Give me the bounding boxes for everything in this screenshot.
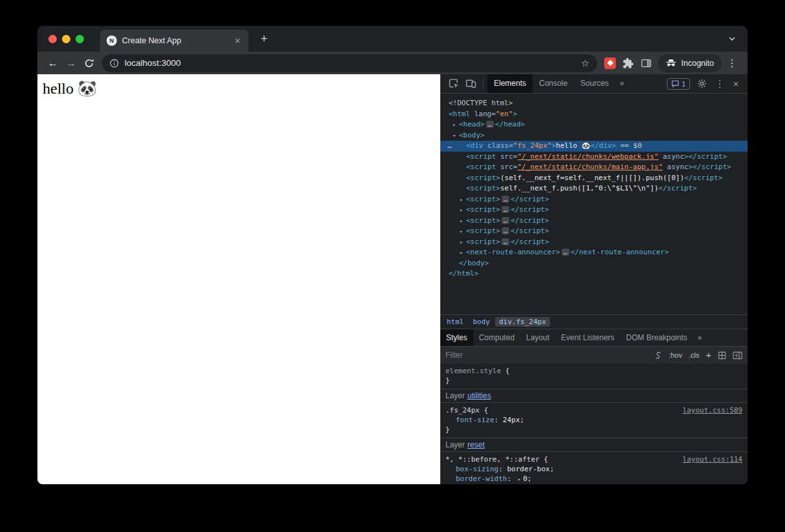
computed-sidebar-toggle-icon[interactable] bbox=[733, 351, 742, 360]
dom-node[interactable]: ▸<script>…</script> bbox=[440, 237, 748, 248]
devtools-tab-console[interactable]: Console bbox=[533, 74, 574, 93]
new-tab-button[interactable]: + bbox=[255, 30, 273, 48]
code-token-ellipsis[interactable]: … bbox=[502, 217, 509, 224]
expand-arrow-icon[interactable]: ▸ bbox=[453, 119, 459, 130]
new-style-rule-button[interactable]: + bbox=[706, 352, 711, 358]
styles-tab-layout[interactable]: Layout bbox=[520, 329, 555, 346]
device-toolbar-icon[interactable] bbox=[462, 76, 479, 92]
expand-arrow-icon[interactable]: ▸ bbox=[460, 237, 466, 248]
css-selector[interactable]: .fs_24px bbox=[445, 405, 480, 415]
element-classes-button[interactable]: .cls bbox=[689, 351, 700, 359]
css-property-line[interactable]: border-width: ▸0; bbox=[445, 474, 742, 484]
layer-link[interactable]: reset bbox=[467, 440, 485, 449]
close-window-button[interactable] bbox=[48, 35, 57, 43]
dom-node[interactable]: ▸<script>…</script> bbox=[440, 205, 748, 216]
expand-arrow-icon[interactable]: ▾ bbox=[453, 130, 459, 141]
url-text[interactable]: localhost:3000 bbox=[125, 58, 181, 68]
dom-node[interactable]: …<div class="fs_24px">hello 🐼</div> == $… bbox=[440, 141, 748, 152]
expand-value-icon[interactable]: ▸ bbox=[518, 476, 521, 482]
expand-arrow-icon[interactable]: ▸ bbox=[460, 247, 466, 258]
dom-node[interactable]: <script src="/_next/static/chunks/main-a… bbox=[440, 162, 748, 173]
styles-tab-styles[interactable]: Styles bbox=[440, 329, 473, 346]
dom-node[interactable]: ▸<script>…</script> bbox=[440, 194, 748, 205]
code-token-ellipsis[interactable]: … bbox=[502, 227, 509, 234]
code-token-ellipsis[interactable]: … bbox=[562, 249, 569, 256]
address-bar[interactable]: localhost:3000 ☆ bbox=[102, 54, 597, 72]
code-token-ellipsis[interactable]: … bbox=[486, 121, 494, 128]
dom-node[interactable]: <html lang="en"> bbox=[440, 109, 748, 120]
expand-arrow-icon[interactable]: ▸ bbox=[460, 216, 466, 227]
code-token-ellipsis[interactable]: … bbox=[502, 206, 509, 213]
dom-node[interactable]: <script src="/_next/static/chunks/webpac… bbox=[440, 152, 748, 163]
browser-tab[interactable]: N Create Next App × bbox=[100, 30, 249, 52]
expand-arrow-icon[interactable]: ▸ bbox=[460, 226, 466, 237]
toggle-element-state-button[interactable]: :hov bbox=[669, 351, 682, 359]
css-property-line[interactable]: font-size: 24px; bbox=[445, 415, 742, 425]
zoom-window-button[interactable] bbox=[76, 35, 84, 43]
breadcrumb-body[interactable]: body bbox=[469, 317, 494, 327]
expand-arrow-icon[interactable]: ▸ bbox=[460, 194, 466, 205]
code-token-link[interactable]: "/_next/static/chunks/webpack.js" bbox=[517, 152, 658, 161]
devtools-toolbar-right: 1 ⋮ × bbox=[667, 76, 742, 92]
css-property-value[interactable]: 24px bbox=[503, 416, 520, 424]
css-property-value[interactable]: border-box bbox=[507, 465, 549, 473]
dom-node[interactable]: ▸<next-route-announcer>…</next-route-ann… bbox=[440, 247, 748, 258]
incognito-badge[interactable]: Incognito bbox=[658, 54, 722, 72]
dom-node[interactable]: ▸<script>…</script> bbox=[440, 216, 748, 227]
css-property-name[interactable]: border-width bbox=[456, 475, 507, 483]
reload-button[interactable] bbox=[80, 54, 98, 72]
dom-node[interactable]: </html> bbox=[440, 269, 748, 280]
tab-search-chevron-icon[interactable] bbox=[728, 36, 736, 41]
css-selector[interactable]: element.style bbox=[445, 366, 501, 376]
css-property-line[interactable]: box-sizing: border-box; bbox=[445, 464, 742, 474]
code-token-link[interactable]: "/_next/static/chunks/main-app.js" bbox=[517, 163, 662, 171]
tab-close-icon[interactable]: × bbox=[232, 35, 243, 46]
css-selector[interactable]: *, *::before, *::after bbox=[445, 455, 540, 464]
back-button[interactable]: ← bbox=[44, 54, 62, 72]
more-panels-icon[interactable]: » bbox=[615, 74, 629, 93]
devtools-tab-sources[interactable]: Sources bbox=[574, 74, 615, 93]
dom-node[interactable]: ▸<script>…</script> bbox=[440, 226, 748, 237]
styles-tab-computed[interactable]: Computed bbox=[473, 329, 520, 346]
console-messages-badge[interactable]: 1 bbox=[667, 78, 690, 90]
breadcrumb-html[interactable]: html bbox=[443, 317, 468, 327]
css-property-name[interactable]: box-sizing bbox=[456, 465, 498, 473]
layer-link[interactable]: utilities bbox=[467, 391, 491, 400]
page-info-icon[interactable] bbox=[110, 59, 119, 68]
toolbar-divider bbox=[483, 79, 484, 89]
settings-gear-icon[interactable] bbox=[693, 76, 710, 92]
browser-menu-kebab-icon[interactable]: ⋮ bbox=[723, 54, 741, 72]
css-source-link[interactable]: layout.css:589 bbox=[682, 405, 742, 415]
styles-tab-event-listeners[interactable]: Event Listeners bbox=[555, 329, 620, 346]
inspect-element-icon[interactable] bbox=[445, 76, 462, 92]
dom-node[interactable]: <script>self.__next_f.push([1,"0:\"$L1\"… bbox=[440, 183, 748, 194]
expand-arrow-icon[interactable]: ▸ bbox=[460, 205, 466, 216]
styles-tab-dom-breakpoints[interactable]: DOM Breakpoints bbox=[620, 329, 693, 346]
css-property-value[interactable]: 0 bbox=[523, 475, 527, 483]
node-menu-ellipsis[interactable]: … bbox=[447, 141, 453, 152]
bookmark-star-icon[interactable]: ☆ bbox=[581, 57, 589, 69]
dom-node[interactable]: <script>(self.__next_f=self.__next_f||[]… bbox=[440, 173, 748, 184]
code-token-ellipsis[interactable]: … bbox=[502, 238, 509, 245]
styles-filter-input[interactable] bbox=[445, 351, 562, 360]
extensions-puzzle-icon[interactable] bbox=[619, 54, 637, 72]
dom-node[interactable]: <!DOCTYPE html> bbox=[440, 98, 748, 109]
devtools-kebab-icon[interactable]: ⋮ bbox=[713, 78, 726, 90]
css-property-name[interactable]: font-size bbox=[456, 416, 494, 424]
grid-icon[interactable] bbox=[718, 351, 726, 360]
forward-button[interactable]: → bbox=[62, 54, 80, 72]
dom-node[interactable]: </body> bbox=[440, 258, 748, 269]
breadcrumb-div-fs-24px[interactable]: div.fs_24px bbox=[495, 317, 550, 327]
side-panel-icon[interactable] bbox=[637, 54, 655, 72]
css-source-link[interactable]: layout.css:114 bbox=[682, 455, 742, 464]
minimize-window-button[interactable] bbox=[62, 35, 70, 43]
toggle-layers-icon[interactable] bbox=[654, 351, 662, 360]
devtools-close-icon[interactable]: × bbox=[729, 78, 742, 89]
extension-icon-red[interactable] bbox=[601, 54, 619, 72]
dom-node[interactable]: ▸<head>…</head> bbox=[440, 119, 748, 130]
dom-node[interactable]: ▾<body> bbox=[440, 130, 748, 141]
devtools-tab-elements[interactable]: Elements bbox=[487, 74, 533, 93]
more-style-tabs-icon[interactable]: » bbox=[693, 333, 707, 342]
code-token-ellipsis[interactable]: … bbox=[502, 196, 509, 203]
code-token-tag: </script> bbox=[684, 174, 723, 182]
